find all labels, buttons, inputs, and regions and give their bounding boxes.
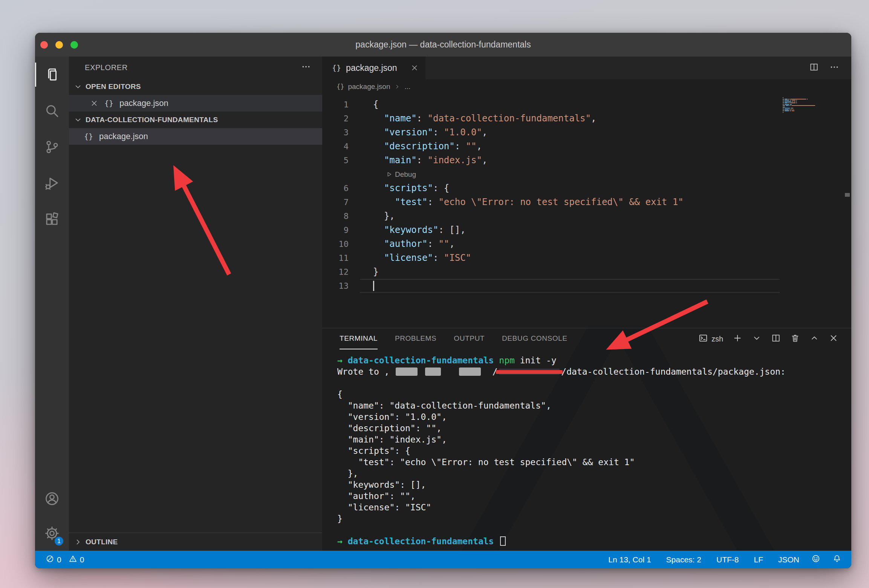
- close-panel-icon[interactable]: [829, 333, 838, 345]
- breadcrumb-more[interactable]: ...: [404, 83, 410, 91]
- terminal-content[interactable]: → data-collection-fundamentals npm init …: [322, 349, 851, 547]
- panel-header: TERMINALPROBLEMSOUTPUTDEBUG CONSOLE zsh: [322, 328, 851, 349]
- notifications-icon[interactable]: [832, 554, 841, 565]
- file-item-package-json[interactable]: {} package.json: [69, 128, 322, 145]
- json-file-icon: {}: [332, 63, 341, 72]
- terminal-line: "version": "1.0.0",: [337, 411, 851, 423]
- redaction-strike: [498, 367, 560, 377]
- problems-status[interactable]: 0 0: [35, 554, 89, 565]
- terminal-line: "author": "",: [337, 490, 851, 502]
- line-number: 12: [322, 265, 360, 279]
- code-line[interactable]: 13: [322, 279, 851, 293]
- code-line[interactable]: 9 "keywords": [],: [322, 223, 851, 237]
- terminal-line: [337, 524, 851, 536]
- split-terminal-icon[interactable]: [771, 333, 781, 345]
- redaction-box: [396, 368, 418, 376]
- breadcrumb[interactable]: {} package.json ...: [322, 79, 851, 94]
- terminal-line: Wrote to , //data-collection-fundamental…: [337, 366, 851, 377]
- settings-badge: 1: [54, 536, 64, 546]
- line-number: 13: [322, 279, 360, 293]
- status-item[interactable]: Ln 13, Col 1: [608, 555, 651, 564]
- status-item[interactable]: LF: [754, 555, 763, 564]
- extensions-icon[interactable]: [35, 201, 69, 237]
- status-item[interactable]: Spaces: 2: [666, 555, 701, 564]
- tab-label: package.json: [346, 63, 397, 73]
- status-bar: 0 0 Ln 13, Col 1Spaces: 2UTF-8LFJSON: [35, 551, 851, 568]
- code-lines: 1{2 "name": "data-collection-fundamental…: [322, 98, 851, 293]
- editor-more-actions-icon[interactable]: [829, 62, 839, 74]
- explorer-icon[interactable]: [35, 57, 69, 93]
- settings-icon[interactable]: 1: [35, 516, 69, 551]
- code-line[interactable]: 6 "scripts": {: [322, 181, 851, 195]
- code-line[interactable]: 1{: [322, 98, 851, 112]
- explorer-more-actions-icon[interactable]: [301, 62, 311, 74]
- explorer-sidebar: EXPLORER OPEN EDITORS {} package.json DA…: [69, 57, 322, 551]
- chevron-down-icon: [73, 115, 83, 124]
- line-number: 10: [322, 237, 360, 251]
- activity-bar-bottom: 1: [35, 481, 69, 551]
- editor-tab-bar: {} package.json: [322, 57, 851, 79]
- panel-tab-debug-console[interactable]: DEBUG CONSOLE: [502, 328, 568, 349]
- breadcrumb-file[interactable]: package.json: [348, 83, 390, 91]
- folder-section-header[interactable]: DATA-COLLECTION-FUNDAMENTALS: [69, 112, 322, 128]
- panel-tab-problems[interactable]: PROBLEMS: [395, 328, 436, 349]
- sidebar-title: EXPLORER: [85, 63, 128, 72]
- code-line[interactable]: 2 "name": "data-collection-fundamentals"…: [322, 112, 851, 126]
- code-line[interactable]: 10 "author": "",: [322, 237, 851, 251]
- split-editor-icon[interactable]: [809, 62, 819, 74]
- errors-icon: [46, 554, 54, 565]
- json-file-icon: {}: [337, 83, 344, 90]
- terminal-line: {: [337, 389, 851, 400]
- codelens-debug[interactable]: Debug: [322, 167, 851, 181]
- json-file-icon: {}: [84, 132, 93, 141]
- line-number: 7: [322, 195, 360, 209]
- status-right-items: Ln 13, Col 1Spaces: 2UTF-8LFJSON: [608, 555, 799, 564]
- panel-tab-output[interactable]: OUTPUT: [454, 328, 485, 349]
- line-number: 8: [322, 209, 360, 223]
- search-icon[interactable]: [35, 93, 69, 129]
- tab-package-json[interactable]: {} package.json: [322, 57, 425, 79]
- terminal-line: → data-collection-fundamentals: [337, 536, 851, 547]
- feedback-icon[interactable]: [811, 554, 820, 565]
- minimap[interactable]: [783, 97, 834, 115]
- warnings-icon: [69, 554, 77, 565]
- outline-section-header[interactable]: OUTLINE: [69, 533, 322, 551]
- terminal-dropdown-icon[interactable]: [752, 333, 762, 345]
- code-line[interactable]: 7 "test": "echo \"Error: no test specifi…: [322, 195, 851, 209]
- terminal-shell-button[interactable]: zsh: [698, 333, 723, 345]
- status-item[interactable]: UTF-8: [716, 555, 739, 564]
- error-count: 0: [57, 555, 61, 564]
- editor-pane[interactable]: 1{2 "name": "data-collection-fundamental…: [322, 94, 851, 328]
- close-tab-icon[interactable]: [410, 64, 419, 72]
- account-icon[interactable]: [35, 481, 69, 516]
- sidebar-header: EXPLORER: [69, 57, 322, 78]
- close-editor-icon[interactable]: [90, 99, 98, 107]
- file-name: package.json: [99, 132, 148, 141]
- new-terminal-icon[interactable]: [733, 333, 742, 345]
- code-line[interactable]: 8 },: [322, 209, 851, 223]
- open-editors-header[interactable]: OPEN EDITORS: [69, 78, 322, 95]
- terminal-line: "license": "ISC": [337, 502, 851, 513]
- maximize-panel-icon[interactable]: [809, 333, 819, 345]
- redaction-box: [459, 368, 481, 376]
- panel-tabs: TERMINALPROBLEMSOUTPUTDEBUG CONSOLE: [322, 328, 585, 349]
- code-line[interactable]: 3 "version": "1.0.0",: [322, 126, 851, 139]
- line-number: 1: [322, 98, 360, 112]
- chevron-right-icon: [73, 537, 83, 547]
- source-control-icon[interactable]: [35, 129, 69, 165]
- code-line[interactable]: 5 "main": "index.js",: [322, 153, 851, 167]
- run-debug-icon[interactable]: [35, 165, 69, 201]
- terminal-line: "main": "index.js",: [337, 434, 851, 445]
- shell-label: zsh: [711, 335, 723, 343]
- kill-terminal-icon[interactable]: [790, 333, 800, 345]
- open-editors-label: OPEN EDITORS: [86, 83, 141, 91]
- json-file-icon: {}: [104, 99, 113, 108]
- code-line[interactable]: 11 "license": "ISC": [322, 251, 851, 265]
- code-line[interactable]: 4 "description": "",: [322, 139, 851, 153]
- code-line[interactable]: 12}: [322, 265, 851, 279]
- open-editor-item[interactable]: {} package.json: [69, 95, 322, 112]
- outline-label: OUTLINE: [86, 538, 118, 546]
- editor-cursor: [373, 281, 374, 291]
- panel-tab-terminal[interactable]: TERMINAL: [340, 328, 378, 349]
- status-item[interactable]: JSON: [778, 555, 799, 564]
